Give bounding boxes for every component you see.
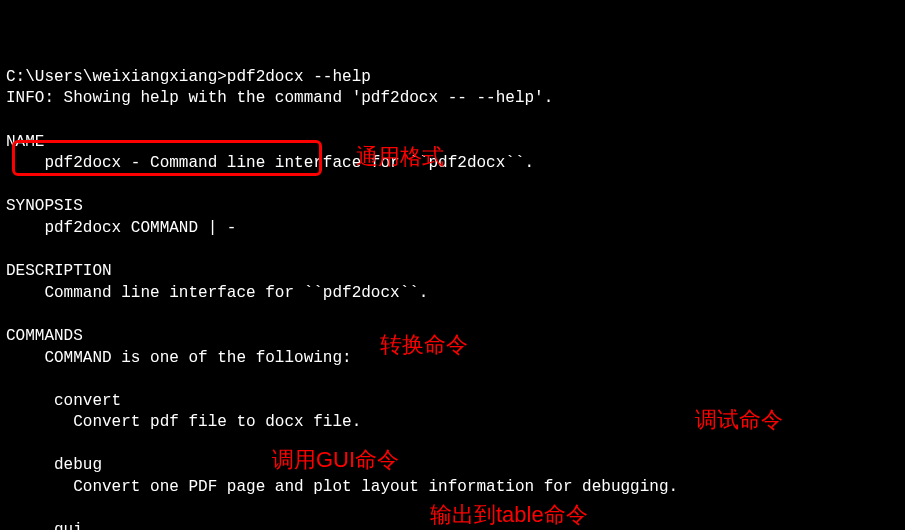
annotation-label-convert-cmd: 转换命令	[380, 330, 468, 360]
command-debug-desc: Convert one PDF page and plot layout inf…	[6, 478, 678, 496]
section-name-header: NAME	[6, 133, 44, 151]
commands-intro: COMMAND is one of the following:	[6, 349, 352, 367]
info-line: INFO: Showing help with the command 'pdf…	[6, 89, 553, 107]
synopsis-line: pdf2docx COMMAND | -	[6, 219, 236, 237]
section-synopsis-header: SYNOPSIS	[6, 197, 83, 215]
command-debug: debug	[6, 456, 102, 474]
section-commands-header: COMMANDS	[6, 327, 83, 345]
description-line: Command line interface for ``pdf2docx``.	[6, 284, 428, 302]
annotation-label-gui-cmd: 调用GUI命令	[272, 445, 399, 475]
annotation-label-table-cmd: 输出到table命令	[430, 500, 588, 530]
annotation-label-general-format: 通用格式	[356, 142, 444, 172]
section-description-header: DESCRIPTION	[6, 262, 112, 280]
prompt: C:\Users\weixiangxiang>	[6, 68, 227, 86]
name-line: pdf2docx - Command line interface for ``…	[6, 154, 534, 172]
command-convert-desc: Convert pdf file to docx file.	[6, 413, 361, 431]
annotation-label-debug-cmd: 调试命令	[695, 405, 783, 435]
command-convert: convert	[6, 392, 121, 410]
command-gui: gui	[6, 521, 83, 530]
command-typed: pdf2docx --help	[227, 68, 371, 86]
